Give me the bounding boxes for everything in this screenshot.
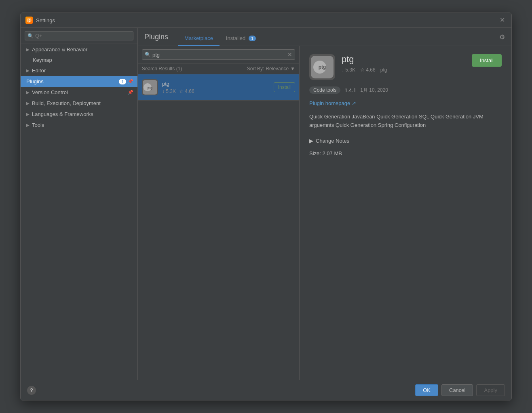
sort-by-dropdown[interactable]: Sort By: Relevance ▼ [247,66,295,72]
detail-logo: ptg [309,54,335,80]
list-item[interactable]: ptg ptg ↓ 5.3K ☆ 4.66 Install [138,74,299,101]
search-icon: 🔍 [27,33,34,39]
sidebar-item-label: Appearance & Behavior [32,46,133,53]
plugin-list: ptg ptg ↓ 5.3K ☆ 4.66 Install [138,74,299,380]
chevron-right-icon: ▶ [26,112,30,116]
app-icon: IJ [25,17,33,24]
sort-bar: Search Results (1) Sort By: Relevance ▼ [138,63,299,74]
main-content: 🔍 ▶ Appearance & Behavior Keymap ▶ Edito… [21,28,511,380]
plugins-badge: 1 [119,79,126,84]
plugin-description: Quick Generation JavaBean Quick Generati… [309,113,502,130]
chevron-right-icon: ▶ [309,138,313,144]
tab-installed-label: Installed [226,35,245,41]
chevron-right-icon: ▶ [26,68,30,73]
cancel-button[interactable]: Cancel [441,384,473,396]
sidebar-item-label: Tools [32,122,133,128]
sidebar-item-editor[interactable]: ▶ Editor [21,65,137,76]
sidebar-search-wrapper[interactable]: 🔍 [25,31,133,40]
sidebar-item-label: Build, Execution, Deployment [32,100,133,106]
svg-text:ptg: ptg [319,64,326,70]
tabs-container: Marketplace Installed 1 [178,32,496,46]
detail-title-area: ptg ↓ 5.3K ☆ 4.66 ptg [342,54,465,73]
svg-text:IJ: IJ [27,19,31,23]
sidebar-item-label: Keymap [33,57,52,63]
sidebar-item-label: Editor [32,67,133,74]
sidebar-item-appearance[interactable]: ▶ Appearance & Behavior [21,44,137,55]
detail-plugin-name: ptg [342,54,465,65]
pin-icon: 📌 [128,79,133,84]
plugins-title: Plugins [144,33,168,45]
install-button[interactable]: Install [472,54,502,67]
change-notes-toggle[interactable]: ▶ Change Notes [309,138,502,144]
plugin-homepage-link[interactable]: Plugin homepage ↗ [309,100,502,106]
sidebar-item-label: Version Control [32,89,126,95]
detail-downloads: ↓ 5.3K [342,67,355,73]
plugin-install-button[interactable]: Install [274,82,295,92]
category-tag: Code tools [309,86,340,94]
sidebar-item-keymap[interactable]: Keymap [21,55,137,65]
plugin-search-bar: 🔍 ✕ [138,46,299,63]
sidebar: 🔍 ▶ Appearance & Behavior Keymap ▶ Edito… [21,28,138,380]
sidebar-item-label: Plugins [26,78,117,84]
tab-marketplace-label: Marketplace [184,35,213,41]
right-panel: Plugins Marketplace Installed 1 ⚙ [138,28,511,380]
plugin-logo: ptg [142,79,158,95]
footer: ? OK Cancel Apply [21,380,511,400]
gear-icon[interactable]: ⚙ [499,33,505,45]
apply-button[interactable]: Apply [476,384,505,396]
detail-meta: ↓ 5.3K ☆ 4.66 ptg [342,67,465,73]
sidebar-item-version-control[interactable]: ▶ Version Control 📌 [21,87,137,98]
close-button[interactable]: ✕ [498,16,507,24]
sidebar-item-tools[interactable]: ▶ Tools [21,120,137,131]
installed-badge: 1 [249,36,256,41]
plugin-list-panel: 🔍 ✕ Search Results (1) Sort By: Relevanc… [138,46,300,380]
plugin-detail-panel: ptg ptg ↓ 5.3K ☆ 4.66 ptg Install [300,46,511,380]
footer-left: ? [27,386,36,395]
tab-marketplace[interactable]: Marketplace [178,32,220,46]
plugins-header: Plugins Marketplace Installed 1 ⚙ [138,28,511,46]
plugin-name: ptg [162,81,274,87]
chevron-right-icon: ▶ [26,101,30,105]
sidebar-item-languages[interactable]: ▶ Languages & Frameworks [21,109,137,120]
tags-row: Code tools 1.4.1 1月 10, 2020 [309,86,502,94]
footer-right: OK Cancel Apply [415,384,505,396]
change-notes-label: Change Notes [316,138,349,144]
title-bar: IJ Settings ✕ [21,13,511,28]
chevron-right-icon: ▶ [26,47,30,52]
settings-dialog: IJ Settings ✕ 🔍 ▶ Appearance & Behavior … [20,13,512,400]
chevron-down-icon: ▼ [290,66,295,72]
tab-installed[interactable]: Installed 1 [220,32,262,46]
date-text: 1月 10, 2020 [360,87,388,94]
plugin-info: ptg ↓ 5.3K ☆ 4.66 [162,81,274,94]
sort-label: Sort By: [247,66,264,72]
homepage-label: Plugin homepage ↗ [309,100,356,106]
version-text: 1.4.1 [344,87,356,93]
chevron-right-icon: ▶ [26,90,30,95]
help-button[interactable]: ? [27,386,36,395]
plugin-rating: ☆ 4.66 [179,88,194,94]
sidebar-search-bar: 🔍 [21,28,137,44]
sidebar-item-label: Languages & Frameworks [32,111,133,117]
sort-value: Relevance [266,66,289,72]
size-info: Size: 2.07 MB [309,150,502,156]
detail-tag: ptg [380,67,387,73]
sidebar-search-input[interactable] [35,33,131,39]
sidebar-item-plugins[interactable]: Plugins 1 📌 [21,76,137,87]
ok-button[interactable]: OK [415,384,438,396]
plugin-search-wrapper[interactable]: 🔍 ✕ [142,49,295,60]
plugin-search-icon: 🔍 [145,52,151,57]
detail-rating: ☆ 4.66 [360,67,376,73]
dialog-title: Settings [36,17,55,23]
sidebar-item-build[interactable]: ▶ Build, Execution, Deployment [21,98,137,109]
detail-header: ptg ptg ↓ 5.3K ☆ 4.66 ptg Install [309,54,502,80]
plugin-meta: ↓ 5.3K ☆ 4.66 [162,88,274,94]
clear-search-button[interactable]: ✕ [287,51,292,58]
title-bar-left: IJ Settings [25,17,55,24]
plugin-search-input[interactable] [152,52,287,58]
chevron-right-icon: ▶ [26,123,30,127]
change-notes-section: ▶ Change Notes [309,138,502,144]
plugin-downloads: ↓ 5.3K [162,88,176,94]
svg-text:ptg: ptg [148,86,153,90]
results-count: Search Results (1) [142,66,182,72]
pin-icon: 📌 [128,90,133,95]
